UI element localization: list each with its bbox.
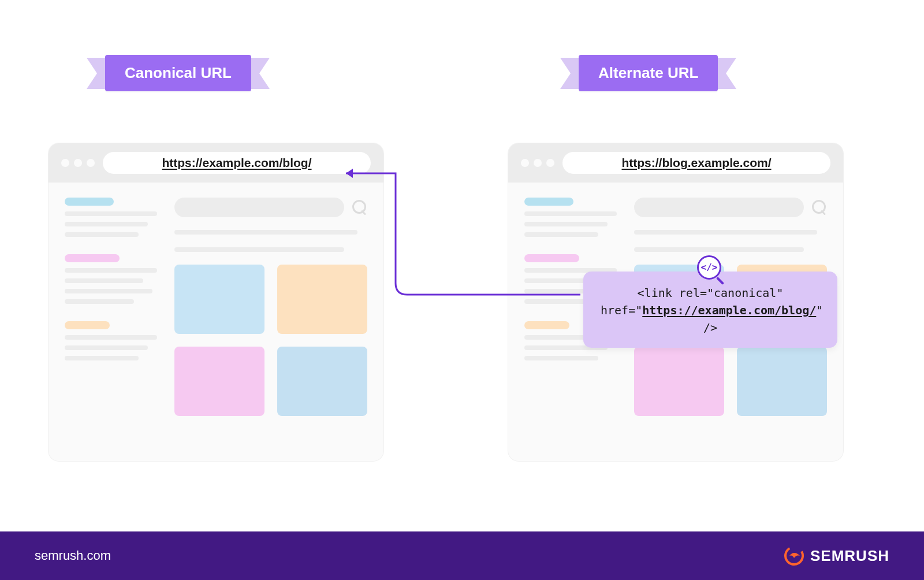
text-line [174,247,344,252]
search-bar-placeholder [174,198,344,217]
text-line [65,222,148,226]
brand-name: SEMRUSH [810,547,889,565]
sidebar-heading [65,321,110,329]
text-line [524,356,598,360]
browser-chrome-bar: https://example.com/blog/ [49,143,383,183]
text-line [634,247,804,252]
window-dot [74,159,82,167]
code-line-2: href="https://example.com/blog/" /> [601,302,820,336]
browser-canonical: https://example.com/blog/ [49,143,383,461]
search-icon [812,200,827,215]
text-line [65,335,157,340]
sidebar-block [65,321,157,360]
content-card [174,347,264,416]
window-dots [61,159,95,167]
text-line [174,230,357,235]
code-inspect-icon: </> [697,255,724,282]
text-line [65,299,134,304]
browser-body [49,183,383,431]
ribbon-label-canonical: Canonical URL [105,55,251,91]
ribbon-canonical: Canonical URL [87,55,270,91]
ribbon-label-alternate: Alternate URL [579,55,718,91]
search-bar-placeholder [634,198,804,217]
sidebar-heading [65,254,120,262]
text-line [65,356,139,360]
content-card [277,347,367,416]
text-line [65,268,157,273]
window-dot [61,159,69,167]
code-callout: </> <link rel="canonical" href="https://… [583,272,837,348]
text-line [65,232,139,237]
text-line [65,289,152,293]
sidebar-heading [65,198,114,206]
page-sidebar [65,198,157,416]
code-icon-label: </> [697,255,721,280]
text-line [65,278,143,283]
code-prefix: href=" [601,303,642,317]
flame-icon [784,545,804,566]
brand-logo: SEMRUSH [784,545,889,566]
address-bar-alternate: https://blog.example.com/ [562,152,830,174]
content-card [174,265,264,334]
code-url: https://example.com/blog/ [642,303,816,317]
sidebar-block [65,198,157,237]
diagram-canvas: Canonical URL Alternate URL https://exam… [0,0,924,580]
footer-site: semrush.com [35,548,111,563]
content-card [634,347,724,416]
sidebar-block [65,254,157,304]
ribbon-alternate: Alternate URL [560,55,736,91]
text-line [65,211,157,216]
text-line [634,230,817,235]
text-line [65,345,148,350]
code-line-1: <link rel="canonical" [601,284,820,302]
content-card [737,347,827,416]
search-row [634,198,827,217]
footer-bar: semrush.com SEMRUSH [0,531,924,580]
address-bar-canonical: https://example.com/blog/ [103,152,371,174]
canonical-arrow [338,162,592,335]
window-dot [87,159,95,167]
